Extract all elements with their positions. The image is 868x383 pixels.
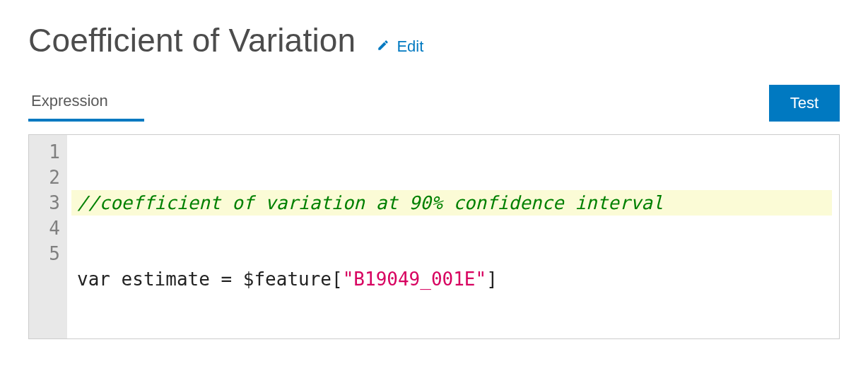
header: Coefficient of Variation Edit (28, 21, 840, 59)
pencil-icon (377, 37, 389, 56)
toolbar: Expression Test (28, 85, 840, 122)
expression-editor-page: Coefficient of Variation Edit Expression… (0, 0, 868, 383)
edit-label: Edit (397, 37, 423, 56)
edit-title-button[interactable]: Edit (377, 37, 423, 56)
line-number: 1 (33, 139, 60, 165)
code-editor[interactable]: 1 2 3 4 5 //coefficient of variation at … (28, 134, 840, 339)
tab-expression[interactable]: Expression (28, 85, 144, 122)
line-number: 5 (33, 241, 60, 266)
token-code: var estimate = $feature[ (77, 269, 343, 290)
code-line[interactable]: //coefficient of variation at 90% confid… (71, 190, 832, 216)
test-button[interactable]: Test (769, 85, 840, 122)
token-comment: //coefficient of variation at 90% confid… (77, 192, 664, 213)
token-code: ] (486, 269, 498, 290)
code-line[interactable]: var estimate = $feature["B19049_001E"] (74, 266, 832, 292)
line-number: 2 (33, 165, 60, 190)
token-string: "B19049_001E" (343, 269, 487, 290)
code-area[interactable]: //coefficient of variation at 90% confid… (67, 135, 839, 338)
line-number: 3 (33, 190, 60, 216)
line-number: 4 (33, 216, 60, 241)
page-title: Coefficient of Variation (28, 21, 356, 59)
tabs: Expression (28, 85, 144, 122)
line-number-gutter: 1 2 3 4 5 (29, 135, 67, 338)
